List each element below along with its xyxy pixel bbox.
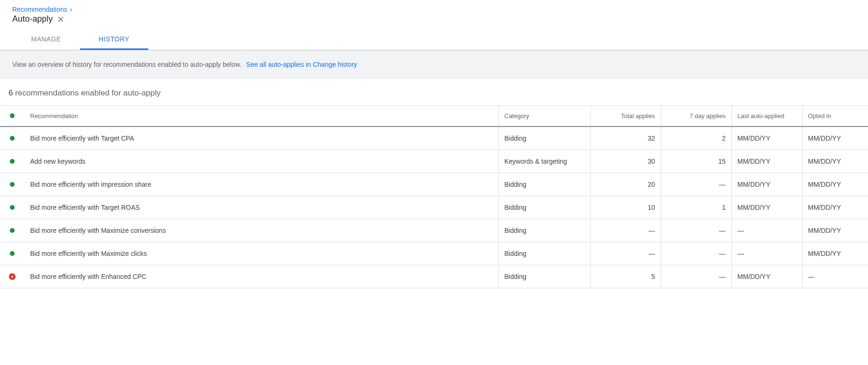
cell-7day-applies: — [661, 219, 731, 242]
cell-7day-applies: — [661, 173, 731, 196]
cell-total-applies: 30 [590, 150, 661, 173]
info-banner: View an overview of history for recommen… [0, 50, 868, 79]
table-row: Add new keywordsKeywords & targeting3015… [0, 150, 868, 173]
cell-recommendation: Bid more efficiently with Target ROAS [24, 196, 498, 219]
cell-recommendation: Add new keywords [24, 150, 498, 173]
cell-total-applies: 10 [590, 196, 661, 219]
table-row: Bid more efficiently with Target ROASBid… [0, 196, 868, 219]
status-dot-icon [10, 113, 15, 118]
cell-category: Bidding [498, 219, 590, 242]
tab-history[interactable]: History [80, 29, 148, 50]
cell-recommendation: Bid more efficiently with Target CPA [24, 127, 498, 150]
cell-total-applies: 32 [590, 127, 661, 150]
cell-status [0, 150, 24, 173]
cell-opted-in: — [802, 265, 868, 288]
cell-status [0, 127, 24, 150]
summary-line: 6 recommendations enabled for auto-apply [0, 79, 868, 105]
col-recommendation[interactable]: Recommendation [24, 106, 498, 127]
tab-manage[interactable]: Manage [12, 29, 80, 50]
cell-opted-in: MM/DD/YY [802, 196, 868, 219]
cell-status [0, 242, 24, 265]
cell-category: Bidding [498, 242, 590, 265]
table-header-row: Recommendation Category Total applies 7 … [0, 106, 868, 127]
table-row: Bid more efficiently with impression sha… [0, 173, 868, 196]
col-last-applied[interactable]: Last auto-applied [731, 106, 802, 127]
col-total-applies[interactable]: Total applies [590, 106, 661, 127]
cell-opted-in: MM/DD/YY [802, 173, 868, 196]
table-row: Bid more efficiently with Enhanced CPCBi… [0, 265, 868, 288]
cell-last-applied: MM/DD/YY [731, 150, 802, 173]
cell-last-applied: MM/DD/YY [731, 173, 802, 196]
cell-last-applied: MM/DD/YY [731, 196, 802, 219]
history-table: Recommendation Category Total applies 7 … [0, 105, 868, 288]
table-row: Bid more efficiently with Maximize click… [0, 242, 868, 265]
cell-7day-applies: 1 [661, 196, 731, 219]
breadcrumb-parent-link[interactable]: Recommendations [12, 6, 67, 13]
cell-total-applies: 5 [590, 265, 661, 288]
page-title: Auto-apply [12, 14, 53, 24]
cell-last-applied: MM/DD/YY [731, 127, 802, 150]
col-category[interactable]: Category [498, 106, 590, 127]
tab-bar: Manage History [0, 29, 868, 50]
status-enabled-icon [10, 228, 15, 233]
cell-7day-applies: — [661, 265, 731, 288]
cell-7day-applies: 2 [661, 127, 731, 150]
cell-status [0, 196, 24, 219]
cell-7day-applies: — [661, 242, 731, 265]
cell-opted-in: MM/DD/YY [802, 150, 868, 173]
cell-status [0, 219, 24, 242]
cell-recommendation: Bid more efficiently with Maximize click… [24, 242, 498, 265]
breadcrumb: Recommendations › [0, 0, 868, 13]
cell-opted-in: MM/DD/YY [802, 219, 868, 242]
cell-total-applies: — [590, 219, 661, 242]
cell-total-applies: — [590, 242, 661, 265]
cell-last-applied: — [731, 219, 802, 242]
cell-category: Bidding [498, 173, 590, 196]
status-enabled-icon [10, 159, 15, 164]
cell-7day-applies: 15 [661, 150, 731, 173]
status-enabled-icon [10, 182, 15, 187]
status-enabled-icon [10, 136, 15, 141]
cell-category: Keywords & targeting [498, 150, 590, 173]
col-status[interactable] [0, 106, 24, 127]
cell-last-applied: MM/DD/YY [731, 265, 802, 288]
summary-suffix: recommendations enabled for auto-apply [13, 88, 161, 97]
col-7day-applies[interactable]: 7 day applies [661, 106, 731, 127]
cell-total-applies: 20 [590, 173, 661, 196]
cell-category: Bidding [498, 196, 590, 219]
table-row: Bid more efficiently with Target CPABidd… [0, 127, 868, 150]
table-row: Bid more efficiently with Maximize conve… [0, 219, 868, 242]
cell-opted-in: MM/DD/YY [802, 242, 868, 265]
cell-recommendation: Bid more efficiently with Maximize conve… [24, 219, 498, 242]
chevron-right-icon: › [69, 6, 73, 13]
close-icon[interactable] [56, 15, 65, 24]
banner-text: View an overview of history for recommen… [12, 61, 241, 68]
status-enabled-icon [10, 251, 15, 256]
cell-status [0, 265, 24, 288]
banner-link[interactable]: See all auto-applies in Change history [246, 61, 357, 68]
cell-recommendation: Bid more efficiently with impression sha… [24, 173, 498, 196]
col-opted-in[interactable]: Opted in [802, 106, 868, 127]
cell-last-applied: — [731, 242, 802, 265]
cell-recommendation: Bid more efficiently with Enhanced CPC [24, 265, 498, 288]
cell-category: Bidding [498, 127, 590, 150]
cell-status [0, 173, 24, 196]
status-disabled-icon [9, 273, 16, 280]
status-enabled-icon [10, 205, 15, 210]
cell-category: Bidding [498, 265, 590, 288]
cell-opted-in: MM/DD/YY [802, 127, 868, 150]
